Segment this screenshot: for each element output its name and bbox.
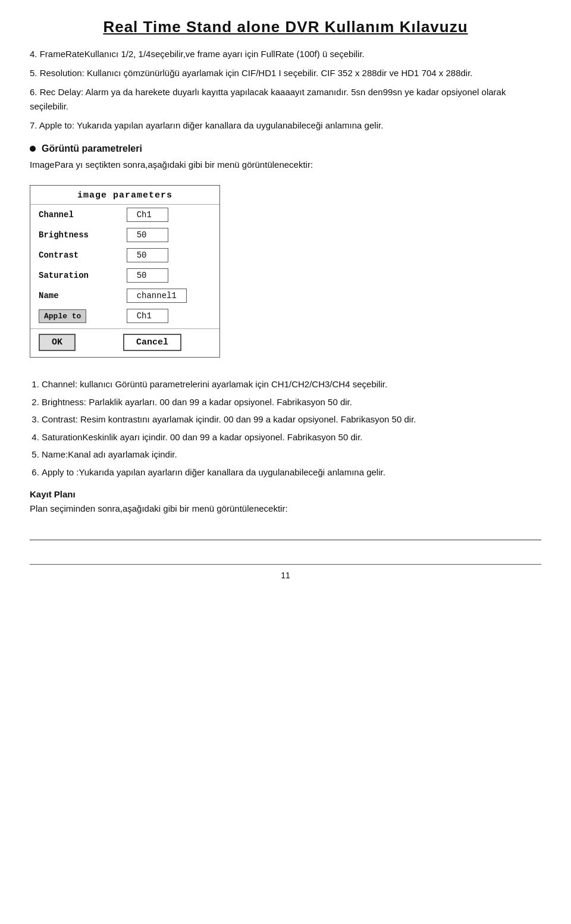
- page-title: Real Time Stand alone DVR Kullanım Kılav…: [30, 18, 541, 36]
- section-7-number: 7.: [30, 120, 39, 130]
- channel-value: Ch1: [127, 208, 168, 222]
- contrast-value-cell: 50: [118, 245, 219, 265]
- saturation-label: Saturation: [30, 265, 118, 286]
- params-table: Channel Ch1 Brightness 50 Contrast 50 Sa…: [30, 205, 219, 326]
- name-value: channel1: [127, 289, 187, 303]
- contrast-label: Contrast: [30, 245, 118, 265]
- kayit-heading: Kayıt Planı: [30, 489, 541, 499]
- page-number: 11: [281, 571, 290, 580]
- channel-label: Channel: [30, 205, 118, 225]
- contrast-value: 50: [127, 248, 168, 262]
- brightness-label: Brightness: [30, 225, 118, 245]
- table-row: Channel Ch1: [30, 205, 219, 225]
- section-7: 7. Apple to: Yukarıda yapılan ayarların …: [30, 118, 541, 133]
- goruntu-intro: ImagePara yı seçtikten sonra,aşağıdaki g…: [30, 158, 541, 172]
- apply-to-value: Ch1: [127, 309, 168, 323]
- brightness-value: 50: [127, 228, 168, 242]
- goruntu-heading-label: Görüntü parametreleri: [42, 143, 142, 154]
- apply-to-row: Apple to Ch1: [30, 306, 219, 326]
- name-label: Name: [30, 286, 118, 306]
- section-5-text: Resolution: Kullanıcı çömzünürlüğü ayarl…: [40, 68, 473, 78]
- table-row: Contrast 50: [30, 245, 219, 265]
- list-item: Apply to :Yukarıda yapılan ayarların diğ…: [42, 465, 541, 480]
- image-params-title: image parameters: [30, 186, 219, 205]
- section-5: 5. Resolution: Kullanıcı çömzünürlüğü ay…: [30, 66, 541, 80]
- table-row: Brightness 50: [30, 225, 219, 245]
- list-item: Name:Kanal adı ayarlamak içindir.: [42, 447, 541, 462]
- table-row: Saturation 50: [30, 265, 219, 286]
- section-4: 4. FrameRateKullanıcı 1/2, 1/4seçebilir,…: [30, 47, 541, 61]
- image-params-box: image parameters Channel Ch1 Brightness …: [30, 185, 220, 358]
- channel-value-cell: Ch1: [118, 205, 219, 225]
- section-6-text: Rec Delay: Alarm ya da harekete duyarlı …: [30, 87, 506, 111]
- table-row: Name channel1: [30, 286, 219, 306]
- apply-to-button[interactable]: Apple to: [39, 309, 86, 323]
- section-4-number: 4.: [30, 49, 40, 59]
- list-item: Brightness: Parlaklik ayarları. 00 dan 9…: [42, 394, 541, 410]
- goruntu-heading: Görüntü parametreleri: [30, 143, 541, 154]
- saturation-value: 50: [127, 268, 168, 283]
- bullet-icon: [30, 146, 36, 152]
- list-item: SaturationKeskinlik ayarı içindir. 00 da…: [42, 430, 541, 445]
- feature-list: Channel: kullanıcı Görüntü parametreleri…: [42, 377, 541, 480]
- saturation-value-cell: 50: [118, 265, 219, 286]
- section-4-text: FrameRateKullanıcı 1/2, 1/4seçebilir,ve …: [40, 49, 365, 59]
- brightness-value-cell: 50: [118, 225, 219, 245]
- kayit-intro: Plan seçiminden sonra,aşağıdaki gibi bir…: [30, 502, 541, 516]
- section-5-number: 5.: [30, 68, 40, 78]
- list-item: Contrast: Resim kontrastını ayarlamak iç…: [42, 412, 541, 427]
- cancel-button[interactable]: Cancel: [123, 334, 181, 351]
- bottom-buttons: OK Cancel: [30, 328, 219, 357]
- page-footer: 11: [30, 564, 541, 580]
- list-item: Channel: kullanıcı Görüntü parametreleri…: [42, 377, 541, 392]
- section-6: 6. Rec Delay: Alarm ya da harekete duyar…: [30, 85, 541, 114]
- ok-button[interactable]: OK: [39, 334, 76, 351]
- apply-to-label-cell: Apple to: [30, 306, 118, 326]
- bottom-divider: [30, 540, 541, 540]
- section-6-number: 6.: [30, 87, 40, 97]
- name-value-cell: channel1: [118, 286, 219, 306]
- section-7-text: Apple to: Yukarıda yapılan ayarların diğ…: [39, 120, 383, 130]
- apply-to-value-cell: Ch1: [118, 306, 219, 326]
